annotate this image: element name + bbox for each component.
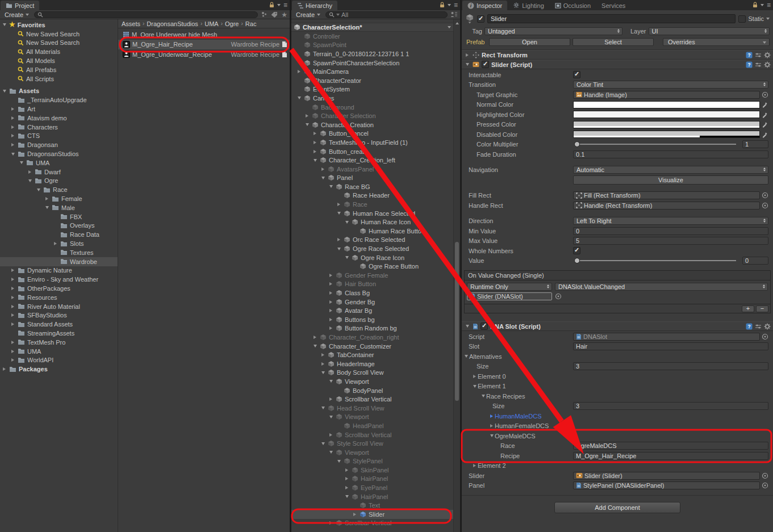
project-tree-item[interactable]: SFBayStudios bbox=[0, 311, 118, 320]
foldout-arrow[interactable] bbox=[328, 299, 334, 305]
foldout-arrow[interactable] bbox=[10, 115, 16, 121]
project-tree-item[interactable]: All Models bbox=[0, 56, 118, 65]
hierarchy-item[interactable]: Scrollbar Vertical bbox=[291, 430, 453, 439]
hierarchy-item[interactable]: Controller bbox=[291, 32, 453, 41]
text-field[interactable]: 3 bbox=[573, 362, 768, 370]
project-tree-item[interactable]: River Auto Material bbox=[0, 302, 118, 311]
tab-project[interactable]: Project bbox=[1, 1, 39, 10]
foldout-arrow[interactable] bbox=[320, 405, 326, 411]
hierarchy-item[interactable]: Race Header bbox=[291, 191, 453, 200]
hierarchy-item[interactable]: Gender Bg bbox=[291, 298, 453, 307]
slider-handle[interactable] bbox=[574, 141, 580, 147]
foldout-arrow[interactable] bbox=[328, 325, 334, 332]
foldout-arrow[interactable] bbox=[471, 383, 478, 389]
component-enabled-checkbox[interactable] bbox=[482, 61, 489, 68]
project-tree-item[interactable]: Male bbox=[0, 203, 118, 212]
foldout-arrow[interactable] bbox=[328, 308, 334, 314]
project-tree-item[interactable]: Characters bbox=[0, 123, 118, 132]
project-tree-item[interactable]: Art bbox=[0, 104, 118, 114]
lock-icon[interactable] bbox=[269, 2, 274, 8]
hierarchy-item[interactable]: Ogre Race Icon bbox=[291, 253, 453, 262]
static-dropdown-icon[interactable] bbox=[766, 18, 770, 20]
foldout-arrow[interactable] bbox=[10, 312, 16, 319]
hierarchy-item[interactable]: Scrollbar Vertical bbox=[291, 395, 453, 404]
foldout-arrow[interactable] bbox=[1, 22, 7, 28]
component-enabled-checkbox[interactable] bbox=[480, 322, 488, 330]
project-tree-item[interactable]: All Prefabs bbox=[0, 65, 118, 74]
label-filter-icon[interactable] bbox=[271, 11, 278, 18]
foldout-arrow[interactable] bbox=[312, 139, 318, 145]
project-tree-item[interactable]: Enviro - Sky and Weather bbox=[0, 275, 118, 284]
scene-filter-icon[interactable] bbox=[261, 11, 268, 18]
scroll-up-icon[interactable] bbox=[456, 22, 459, 24]
foldout-arrow[interactable] bbox=[1, 366, 7, 372]
project-tree-item[interactable]: Ogre bbox=[0, 177, 118, 186]
hierarchy-item[interactable]: Character Creation bbox=[291, 120, 453, 129]
foldout-arrow[interactable] bbox=[52, 241, 59, 247]
project-tree-item[interactable]: All Scripts bbox=[0, 74, 118, 83]
project-tree-item[interactable]: Female bbox=[0, 194, 118, 203]
object-field[interactable]: Slider (Slider) bbox=[573, 472, 760, 480]
foldout-arrow[interactable] bbox=[471, 373, 478, 379]
visualize-button[interactable]: Visualize bbox=[573, 175, 768, 185]
hierarchy-item[interactable]: AvatarsPanel bbox=[291, 165, 453, 174]
foldout-arrow[interactable] bbox=[488, 433, 495, 439]
foldout-arrow[interactable] bbox=[10, 321, 16, 328]
tab-lighting[interactable]: Lighting bbox=[508, 1, 549, 10]
component-header[interactable]: DNA Slot (Script)? bbox=[462, 321, 773, 331]
foldout-arrow[interactable] bbox=[328, 520, 334, 526]
foldout-arrow[interactable] bbox=[328, 183, 334, 190]
foldout-arrow[interactable] bbox=[488, 413, 495, 419]
tag-dropdown[interactable]: Untagged bbox=[484, 27, 622, 35]
remove-event-button[interactable]: − bbox=[756, 305, 768, 312]
foldout-arrow[interactable] bbox=[320, 370, 326, 376]
foldout-arrow[interactable] bbox=[328, 290, 334, 296]
gameobject-name-field[interactable]: Slider bbox=[487, 14, 736, 23]
foldout-arrow[interactable] bbox=[312, 131, 318, 137]
hierarchy-item[interactable]: Race bbox=[291, 200, 453, 209]
foldout-arrow[interactable] bbox=[488, 423, 495, 429]
color-field[interactable] bbox=[573, 121, 760, 128]
hierarchy-item[interactable]: Human Race Button bbox=[291, 227, 453, 236]
hierarchy-item[interactable]: CharacterCreator bbox=[291, 76, 453, 85]
foldout-arrow[interactable] bbox=[352, 511, 358, 517]
foldout-arrow[interactable] bbox=[328, 414, 334, 420]
add-event-button[interactable]: + bbox=[742, 305, 754, 312]
breadcrumb-item[interactable]: Ogre bbox=[225, 20, 239, 27]
color-field[interactable] bbox=[573, 131, 760, 138]
foldout-arrow[interactable] bbox=[312, 334, 318, 340]
dropdown[interactable]: Left To Right bbox=[573, 217, 768, 225]
scene-dropdown-icon[interactable] bbox=[448, 26, 451, 28]
foldout-arrow[interactable] bbox=[10, 151, 16, 157]
hierarchy-item[interactable]: HeadPanel bbox=[291, 421, 453, 430]
project-tree-item[interactable]: UMA bbox=[0, 158, 118, 167]
tab-hierarchy[interactable]: Hierarchy bbox=[292, 1, 337, 10]
slider-control[interactable] bbox=[573, 144, 741, 145]
foldout-arrow[interactable] bbox=[344, 476, 350, 482]
foldout-arrow[interactable] bbox=[344, 254, 350, 261]
hierarchy-item[interactable]: SkinPanel bbox=[291, 466, 453, 475]
foldout-arrow[interactable] bbox=[328, 378, 334, 384]
foldout-arrow[interactable] bbox=[328, 281, 334, 287]
hierarchy-item[interactable]: StylePanel bbox=[291, 457, 453, 466]
hierarchy-item[interactable]: Human Race Selected bbox=[291, 209, 453, 218]
hierarchy-item[interactable]: Orc Race Selected bbox=[291, 236, 453, 245]
favorites-filter-icon[interactable]: ★ bbox=[281, 11, 287, 19]
hierarchy-item[interactable]: Buttons bg bbox=[291, 315, 453, 324]
event-mode-dropdown[interactable]: Runtime Only bbox=[467, 283, 552, 291]
panel-menu-icon[interactable]: ≡ bbox=[283, 2, 287, 8]
slider-control[interactable] bbox=[573, 260, 741, 261]
hierarchy-item[interactable]: HairPanel bbox=[291, 475, 453, 484]
event-target-object-field[interactable]: Slider (DNASlot) bbox=[467, 292, 552, 300]
hierarchy-item[interactable]: Panel bbox=[291, 174, 453, 183]
prefab-open-button[interactable]: Open bbox=[489, 38, 570, 46]
text-field[interactable]: M_Ogre_Hair_Recipe bbox=[573, 452, 768, 460]
hierarchy-item[interactable]: Gender Female bbox=[291, 271, 453, 280]
foldout-arrow[interactable] bbox=[320, 352, 326, 358]
text-field[interactable]: 5 bbox=[573, 237, 768, 245]
hierarchy-item[interactable]: Text bbox=[291, 501, 453, 510]
foldout-arrow[interactable] bbox=[312, 148, 318, 154]
foldout-arrow[interactable] bbox=[35, 187, 41, 193]
foldout-arrow[interactable] bbox=[10, 294, 16, 300]
foldout-arrow[interactable] bbox=[344, 219, 350, 225]
